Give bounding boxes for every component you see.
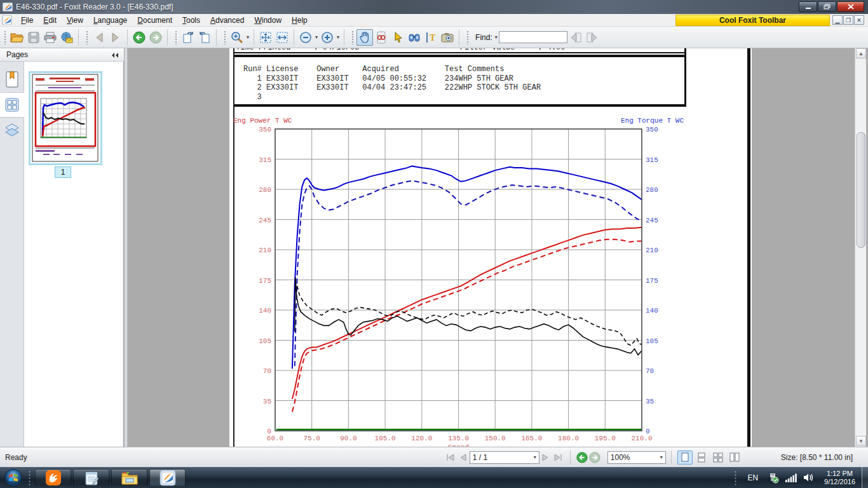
continuous-layout-button[interactable] xyxy=(694,451,709,464)
svg-text:135.0: 135.0 xyxy=(448,435,469,442)
zoom-in-dropdown[interactable]: ▾ xyxy=(337,34,339,40)
page-thumbnail[interactable] xyxy=(29,71,102,165)
previous-page-button[interactable] xyxy=(91,29,107,46)
foxit-taskbar-icon xyxy=(159,470,176,486)
series-run1-torque xyxy=(292,166,642,369)
continuous-facing-layout-button[interactable] xyxy=(727,451,742,464)
select-tool-button[interactable] xyxy=(390,29,406,46)
menu-file[interactable]: File xyxy=(16,15,38,26)
zoom-out-button[interactable] xyxy=(297,29,314,46)
navigation-panel: Pages xyxy=(0,48,124,447)
fit-page-button[interactable] xyxy=(257,29,274,46)
email-button[interactable] xyxy=(58,29,75,46)
print-button[interactable] xyxy=(42,29,58,46)
facing-layout-button[interactable] xyxy=(710,451,726,464)
go-forward-button[interactable] xyxy=(147,29,164,46)
menu-view[interactable]: View xyxy=(62,15,88,26)
save-button[interactable] xyxy=(25,29,42,46)
snapshot-button[interactable] xyxy=(439,29,456,46)
start-button[interactable] xyxy=(3,468,24,487)
pages-tab[interactable] xyxy=(0,92,24,118)
taskbar-clock[interactable]: 1:12 PM 9/12/2016 xyxy=(824,470,855,486)
svg-text:140: 140 xyxy=(646,307,658,315)
menu-advanced[interactable]: Advanced xyxy=(205,15,249,26)
taskbar-notepad-button[interactable] xyxy=(73,469,109,486)
collapse-panel-icon[interactable] xyxy=(110,51,120,59)
previous-page-nav-button[interactable] xyxy=(457,451,470,464)
thumbnail-page-number[interactable]: 1 xyxy=(55,166,71,178)
first-page-button[interactable] xyxy=(444,451,457,464)
scroll-down-button[interactable]: ▼ xyxy=(856,436,866,446)
layers-tab[interactable] xyxy=(0,118,24,143)
taskbar-explorer-button[interactable] xyxy=(111,469,147,486)
toolbar-grip[interactable] xyxy=(224,30,226,44)
go-back-button[interactable] xyxy=(131,29,147,46)
vertical-scrollbar[interactable]: ▲ ▼ xyxy=(855,48,866,447)
next-page-nav-button[interactable] xyxy=(539,451,552,464)
mdi-restore-button[interactable]: ❐ xyxy=(843,15,853,25)
svg-text:T: T xyxy=(430,33,436,43)
scrollbar-thumb[interactable] xyxy=(857,132,865,248)
network-signal-icon[interactable] xyxy=(785,473,797,482)
zoom-in-button[interactable] xyxy=(319,29,336,46)
find-dropdown[interactable]: ▾ xyxy=(495,34,498,40)
find-next-button[interactable] xyxy=(584,29,600,46)
menu-help[interactable]: Help xyxy=(287,15,313,26)
document-view[interactable]: Time Printed : 04/10/05 Filter Value : 4… xyxy=(128,48,855,447)
single-page-layout-button[interactable] xyxy=(677,451,693,464)
zoom-tool-button[interactable] xyxy=(229,29,245,46)
page-indicator-combo[interactable]: 1 / 1▾ xyxy=(470,451,539,464)
mdi-minimize-button[interactable]: ▁ xyxy=(832,15,843,25)
menu-bar-items: FileEditViewLanguageDocumentToolsAdvance… xyxy=(16,15,313,26)
zoom-tool-dropdown[interactable]: ▾ xyxy=(247,34,249,40)
foxit-app-icon xyxy=(3,3,13,11)
hand-tool-button[interactable] xyxy=(356,29,373,46)
toolbar-grip[interactable] xyxy=(86,30,88,44)
toolbar-grip[interactable] xyxy=(4,30,6,44)
menu-language[interactable]: Language xyxy=(88,15,132,26)
scroll-up-button[interactable]: ▲ xyxy=(856,48,866,58)
clock-date: 9/12/2016 xyxy=(824,478,855,486)
svg-text:70: 70 xyxy=(263,367,271,375)
menu-edit[interactable]: Edit xyxy=(38,15,62,26)
usb-device-icon[interactable] xyxy=(768,472,779,484)
toolbar-separator xyxy=(127,29,128,46)
find-input[interactable] xyxy=(499,31,567,43)
menu-document[interactable]: Document xyxy=(132,15,177,26)
page-size-label: Size: [8.50 * 11.00 in] xyxy=(781,453,853,462)
zoom-combo[interactable]: 100%▾ xyxy=(607,451,666,464)
svg-text:350: 350 xyxy=(646,126,658,133)
restore-button[interactable] xyxy=(818,1,836,12)
cool-foxit-toolbar[interactable]: Cool Foxit Toolbar xyxy=(675,15,830,26)
reading-mode-button[interactable] xyxy=(373,29,390,46)
volume-icon[interactable] xyxy=(803,473,815,482)
mdi-close-button[interactable]: ✕ xyxy=(854,15,864,25)
toolbar-grip[interactable] xyxy=(351,30,354,44)
taskbar-foxit-button[interactable] xyxy=(149,469,186,486)
rotate-right-button[interactable] xyxy=(196,29,213,46)
menu-window[interactable]: Window xyxy=(249,15,287,26)
search-button[interactable] xyxy=(406,29,423,46)
menu-tools[interactable]: Tools xyxy=(177,15,205,26)
toolbar-grip[interactable] xyxy=(466,30,469,44)
rotate-left-button[interactable] xyxy=(180,29,196,46)
language-indicator[interactable]: EN xyxy=(747,473,758,482)
find-previous-button[interactable] xyxy=(567,29,584,46)
dyno-chart: 0035357070105105140140175175210210245245… xyxy=(229,48,752,447)
taskbar-uc-browser-button[interactable] xyxy=(35,469,71,486)
svg-text:35: 35 xyxy=(646,398,654,405)
minimize-button[interactable] xyxy=(799,1,817,12)
fit-width-button[interactable] xyxy=(274,29,290,46)
next-view-button[interactable] xyxy=(588,451,601,464)
previous-view-button[interactable] xyxy=(576,451,588,464)
show-desktop-button[interactable] xyxy=(862,467,868,488)
svg-text:70: 70 xyxy=(646,367,654,375)
last-page-button[interactable] xyxy=(552,451,565,464)
select-text-button[interactable]: T xyxy=(423,29,439,46)
close-button[interactable] xyxy=(837,1,864,12)
next-page-button[interactable] xyxy=(107,29,124,46)
toolbar-grip[interactable] xyxy=(175,30,177,44)
bookmarks-tab[interactable] xyxy=(0,67,24,92)
zoom-out-dropdown[interactable]: ▾ xyxy=(315,34,318,40)
open-button[interactable] xyxy=(9,29,25,46)
